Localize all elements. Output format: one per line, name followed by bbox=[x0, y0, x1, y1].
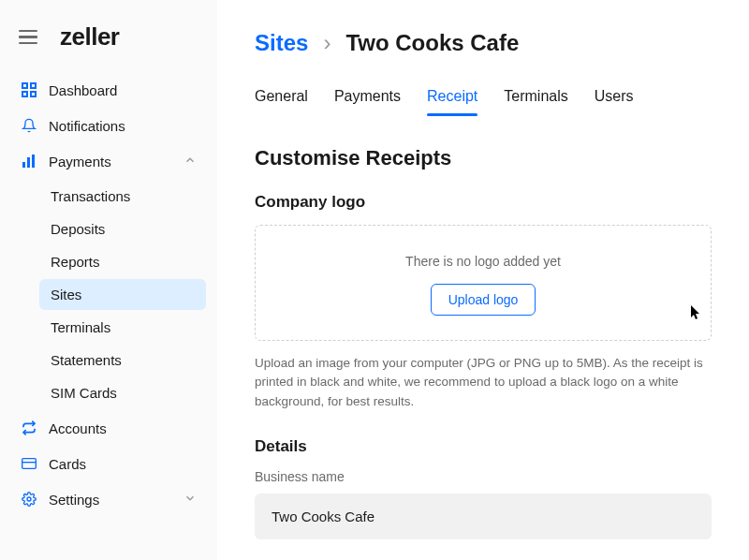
chevron-down-icon bbox=[184, 492, 197, 508]
svg-rect-4 bbox=[22, 162, 25, 168]
subnav-item-reports[interactable]: Reports bbox=[39, 246, 206, 277]
sidebar-item-settings[interactable]: Settings bbox=[11, 483, 206, 515]
subnav-item-sites[interactable]: Sites bbox=[39, 279, 206, 310]
sidebar-item-cards[interactable]: Cards bbox=[11, 448, 206, 479]
tab-receipt[interactable]: Receipt bbox=[427, 82, 477, 116]
tab-payments[interactable]: Payments bbox=[334, 82, 401, 116]
tab-terminals[interactable]: Terminals bbox=[504, 82, 567, 116]
section-title-customise: Customise Receipts bbox=[255, 146, 712, 170]
svg-rect-7 bbox=[22, 459, 37, 469]
credit-card-icon bbox=[21, 455, 37, 472]
subnav-label: Reports bbox=[51, 254, 100, 270]
subnav-label: SIM Cards bbox=[51, 385, 117, 401]
logo-empty-text: There is no logo added yet bbox=[274, 254, 692, 269]
main-content: Sites › Two Cooks Cafe General Payments … bbox=[217, 0, 749, 560]
sidebar-label: Cards bbox=[49, 456, 86, 472]
subnav-label: Sites bbox=[51, 287, 81, 302]
subnav-label: Transactions bbox=[51, 188, 130, 204]
brand-logo: zeller bbox=[60, 22, 120, 52]
subnav-label: Statements bbox=[51, 352, 122, 368]
subnav-item-transactions[interactable]: Transactions bbox=[39, 181, 206, 212]
chevron-up-icon bbox=[184, 154, 197, 169]
svg-rect-0 bbox=[22, 83, 27, 88]
subnav-item-terminals[interactable]: Terminals bbox=[39, 312, 206, 343]
subnav-label: Deposits bbox=[51, 221, 105, 237]
subnav-item-deposits[interactable]: Deposits bbox=[39, 214, 206, 244]
svg-point-9 bbox=[27, 497, 31, 501]
chevron-right-icon: › bbox=[323, 30, 330, 56]
sidebar-label: Dashboard bbox=[49, 82, 117, 98]
sub-title-details: Details bbox=[255, 437, 712, 456]
grid-icon bbox=[21, 81, 37, 98]
upload-helper-text: Upload an image from your computer (JPG … bbox=[255, 354, 712, 411]
tabs: General Payments Receipt Terminals Users bbox=[255, 82, 712, 116]
subnav-item-sim-cards[interactable]: SIM Cards bbox=[39, 377, 206, 408]
payments-subnav: Transactions Deposits Reports Sites Term… bbox=[11, 181, 206, 408]
tab-general[interactable]: General bbox=[255, 82, 308, 116]
bar-chart-icon bbox=[21, 153, 37, 169]
upload-logo-button[interactable]: Upload logo bbox=[431, 284, 536, 316]
sidebar-label: Settings bbox=[49, 492, 99, 508]
subnav-item-statements[interactable]: Statements bbox=[39, 345, 206, 376]
business-name-input[interactable] bbox=[255, 494, 712, 539]
sidebar-item-payments[interactable]: Payments bbox=[11, 145, 206, 177]
transfer-icon bbox=[21, 420, 37, 436]
svg-rect-2 bbox=[22, 92, 27, 96]
business-name-label: Business name bbox=[255, 469, 712, 484]
menu-toggle-icon[interactable] bbox=[19, 29, 37, 46]
logo-dropzone[interactable]: There is no logo added yet Upload logo bbox=[255, 225, 712, 341]
svg-rect-3 bbox=[31, 92, 36, 96]
tab-users[interactable]: Users bbox=[595, 82, 634, 116]
svg-rect-5 bbox=[27, 157, 30, 168]
sidebar-label: Accounts bbox=[49, 420, 107, 436]
breadcrumb-current: Two Cooks Cafe bbox=[345, 30, 519, 56]
sidebar-item-accounts[interactable]: Accounts bbox=[11, 412, 206, 444]
sidebar-label: Payments bbox=[49, 154, 111, 169]
sidebar-top: zeller bbox=[11, 19, 206, 70]
svg-rect-6 bbox=[32, 155, 35, 168]
bell-icon bbox=[21, 117, 37, 134]
sub-title-company-logo: Company logo bbox=[255, 193, 712, 212]
sidebar-label: Notifications bbox=[49, 118, 125, 134]
sidebar-item-notifications[interactable]: Notifications bbox=[11, 110, 206, 141]
sidebar: zeller Dashboard Notifications Payments bbox=[0, 0, 217, 560]
breadcrumb-parent[interactable]: Sites bbox=[255, 30, 308, 56]
breadcrumb: Sites › Two Cooks Cafe bbox=[255, 30, 712, 56]
sidebar-item-dashboard[interactable]: Dashboard bbox=[11, 74, 206, 106]
svg-rect-1 bbox=[31, 83, 36, 88]
subnav-label: Terminals bbox=[51, 319, 110, 335]
gear-icon bbox=[21, 491, 37, 508]
